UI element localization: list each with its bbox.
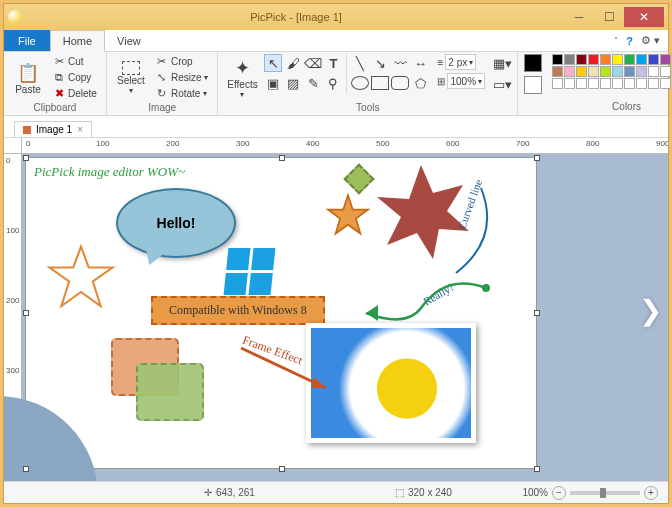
color-swatch[interactable] bbox=[624, 54, 635, 65]
color-swatch[interactable] bbox=[636, 66, 647, 77]
canvas[interactable]: PicPick image editor WOW~ Hello! Compati… bbox=[26, 158, 536, 468]
resize-handle[interactable] bbox=[279, 155, 285, 161]
collapse-ribbon-icon[interactable]: ˄ bbox=[614, 36, 618, 45]
rotate-button[interactable]: ↻Rotate▾ bbox=[153, 86, 212, 101]
zoom-icon: ⊞ bbox=[437, 76, 445, 87]
eyedropper-tool[interactable]: ⚲ bbox=[324, 74, 342, 92]
resize-handle[interactable] bbox=[23, 310, 29, 316]
line-tool[interactable]: ╲ bbox=[351, 54, 369, 72]
color-swatch[interactable] bbox=[612, 78, 623, 89]
polygon-tool[interactable]: ⬠ bbox=[411, 74, 429, 92]
zoom-dropdown[interactable]: 100%▾ bbox=[447, 73, 485, 89]
color-swatch[interactable] bbox=[660, 78, 671, 89]
highlighter-tool[interactable]: ▨ bbox=[284, 74, 302, 92]
next-button[interactable]: ❯ bbox=[639, 293, 662, 326]
curve-tool[interactable]: 〰 bbox=[391, 54, 409, 72]
color-swatch[interactable] bbox=[552, 54, 563, 65]
speech-bubble: Hello! bbox=[116, 188, 236, 258]
settings-dropdown-icon[interactable]: ⚙ ▾ bbox=[641, 34, 660, 47]
fill-tool[interactable]: ▦▾ bbox=[493, 54, 511, 72]
file-menu[interactable]: File bbox=[4, 30, 50, 51]
color-swatch[interactable] bbox=[612, 66, 623, 77]
color-swatch[interactable] bbox=[612, 54, 623, 65]
minimize-button[interactable]: ─ bbox=[564, 7, 594, 27]
zoom-out-button[interactable]: − bbox=[552, 486, 566, 500]
color-swatch[interactable] bbox=[564, 66, 575, 77]
stroke-width-dropdown[interactable]: 2 px▾ bbox=[445, 54, 476, 70]
color-swatch[interactable] bbox=[660, 54, 671, 65]
color-swatch[interactable] bbox=[624, 78, 635, 89]
eraser-tool[interactable]: ⌫ bbox=[304, 54, 322, 72]
rect-tool[interactable] bbox=[371, 74, 389, 92]
color-swatch[interactable] bbox=[576, 54, 587, 65]
help-icon[interactable]: ? bbox=[626, 35, 633, 47]
color-swatch[interactable] bbox=[552, 78, 563, 89]
copy-button[interactable]: ⧉Copy bbox=[50, 70, 100, 85]
color-swatch[interactable] bbox=[648, 66, 659, 77]
color-swatch[interactable] bbox=[624, 66, 635, 77]
stamp-tool[interactable]: ▣ bbox=[264, 74, 282, 92]
resize-button[interactable]: ⤡Resize▾ bbox=[153, 70, 212, 85]
arrow-tool[interactable]: ↘ bbox=[371, 54, 389, 72]
resize-handle[interactable] bbox=[534, 466, 540, 472]
color-swatch[interactable] bbox=[648, 54, 659, 65]
background-color[interactable] bbox=[524, 76, 542, 94]
ruler-tick: 100 bbox=[96, 139, 109, 148]
double-arrow-tool[interactable]: ↔ bbox=[411, 54, 429, 72]
color-swatch[interactable] bbox=[588, 78, 599, 89]
ruler-tick: 500 bbox=[376, 139, 389, 148]
zoom-slider[interactable] bbox=[570, 491, 640, 495]
color-swatch[interactable] bbox=[576, 66, 587, 77]
crosshair-icon: ✛ bbox=[204, 487, 212, 498]
effects-button[interactable]: ✦ Effects ▾ bbox=[224, 54, 260, 102]
roundrect-tool[interactable] bbox=[391, 74, 409, 92]
home-tab[interactable]: Home bbox=[50, 30, 105, 52]
paste-icon: 📋 bbox=[17, 62, 39, 84]
paste-button[interactable]: 📋 Paste bbox=[10, 54, 46, 102]
color-swatch[interactable] bbox=[564, 54, 575, 65]
color-swatch[interactable] bbox=[660, 66, 671, 77]
document-tab[interactable]: Image 1 × bbox=[14, 121, 92, 137]
color-swatch[interactable] bbox=[588, 54, 599, 65]
color-swatch[interactable] bbox=[600, 66, 611, 77]
diamond-shape bbox=[343, 163, 374, 194]
color-swatch[interactable] bbox=[636, 78, 647, 89]
resize-handle[interactable] bbox=[23, 466, 29, 472]
pointer-tool[interactable]: ↖ bbox=[264, 54, 282, 72]
zoom-in-button[interactable]: + bbox=[644, 486, 658, 500]
close-button[interactable]: ✕ bbox=[624, 7, 664, 27]
color-swatch[interactable] bbox=[648, 78, 659, 89]
statusbar: ✛643, 261 ⬚320 x 240 100% − + bbox=[4, 481, 668, 503]
foreground-color[interactable] bbox=[524, 54, 542, 72]
ellipse-tool[interactable] bbox=[351, 74, 369, 92]
resize-handle[interactable] bbox=[279, 466, 285, 472]
resize-handle[interactable] bbox=[534, 155, 540, 161]
crop-button[interactable]: ✂Crop bbox=[153, 54, 212, 69]
view-tab[interactable]: View bbox=[105, 30, 153, 51]
resize-handle[interactable] bbox=[534, 310, 540, 316]
app-icon bbox=[8, 10, 22, 24]
color-swatch[interactable] bbox=[552, 66, 563, 77]
cut-button[interactable]: ✂Cut bbox=[50, 54, 100, 69]
brush-tool[interactable]: 🖌 bbox=[284, 54, 302, 72]
color-swatch[interactable] bbox=[576, 78, 587, 89]
text-tool[interactable]: T bbox=[324, 54, 342, 72]
pencil-tool[interactable]: ✎ bbox=[304, 74, 322, 92]
color-swatch[interactable] bbox=[636, 54, 647, 65]
resize-handle[interactable] bbox=[23, 155, 29, 161]
group-tools: ✦ Effects ▾ ↖ 🖌 ⌫ T ▣ ▨ ✎ ⚲ bbox=[218, 52, 518, 115]
color-swatch[interactable] bbox=[600, 54, 611, 65]
select-icon bbox=[122, 61, 140, 75]
color-swatch[interactable] bbox=[588, 66, 599, 77]
select-label: Select bbox=[117, 75, 145, 86]
canvas-title-text: PicPick image editor WOW~ bbox=[34, 164, 185, 180]
select-button[interactable]: Select ▾ bbox=[113, 54, 149, 102]
outline-tool[interactable]: ▭▾ bbox=[493, 75, 511, 93]
ruler-tick: 0 bbox=[6, 156, 10, 165]
close-tab-icon[interactable]: × bbox=[77, 124, 83, 135]
maximize-button[interactable]: ☐ bbox=[594, 7, 624, 27]
color-swatch[interactable] bbox=[600, 78, 611, 89]
delete-button[interactable]: ✖Delete bbox=[50, 86, 100, 101]
color-swatch[interactable] bbox=[564, 78, 575, 89]
crop-icon: ✂ bbox=[156, 55, 168, 68]
